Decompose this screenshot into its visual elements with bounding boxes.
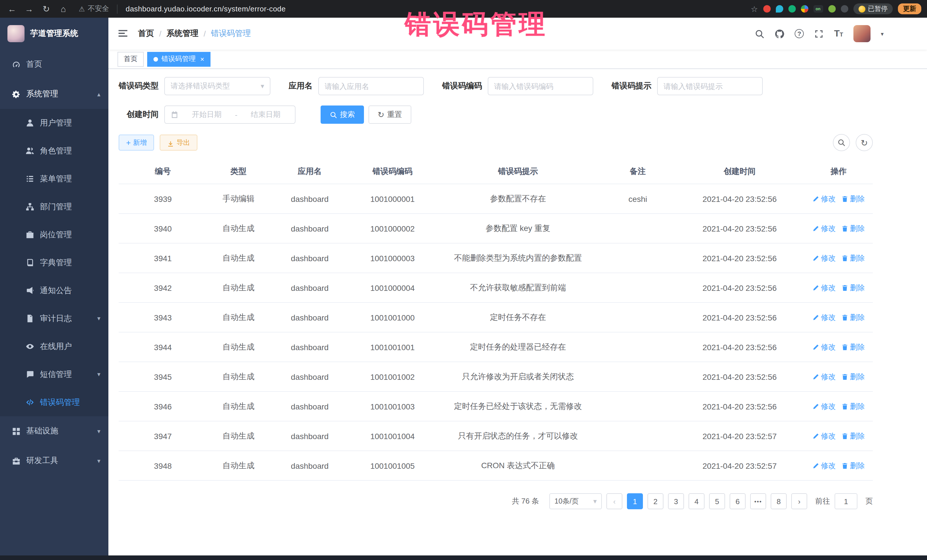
pagination-next[interactable]: › xyxy=(791,493,807,509)
avatar[interactable] xyxy=(853,25,871,42)
sidebar-item-dept[interactable]: 部门管理 xyxy=(0,193,108,221)
sidebar-item-home[interactable]: 首页 xyxy=(0,50,108,79)
goto-page-input[interactable] xyxy=(834,493,857,509)
pagination-more[interactable]: ••• xyxy=(750,493,766,509)
extension-icon-on-badge[interactable]: on xyxy=(813,5,823,12)
font-size-icon[interactable]: TT xyxy=(834,29,843,39)
paused-badge[interactable]: 已暂停 xyxy=(853,3,893,14)
breadcrumb-separator: / xyxy=(159,29,161,38)
error-type-select[interactable]: 请选择错误码类型 ▾ xyxy=(164,77,271,95)
home-icon[interactable]: ⌂ xyxy=(57,4,70,14)
cell-id: 3942 xyxy=(119,283,207,292)
app-name-input[interactable] xyxy=(318,77,424,95)
delete-link[interactable]: 删除 xyxy=(842,460,865,471)
delete-link[interactable]: 删除 xyxy=(842,372,865,382)
tab-error-code[interactable]: 错误码管理 × xyxy=(147,52,211,67)
extension-icon-dark[interactable] xyxy=(840,5,848,12)
end-date-placeholder: 结束日期 xyxy=(242,109,289,120)
edit-link[interactable]: 修改 xyxy=(812,431,836,441)
date-range-picker[interactable]: 开始日期 - 结束日期 xyxy=(164,106,295,124)
edit-link[interactable]: 修改 xyxy=(812,194,836,204)
update-button[interactable]: 更新 xyxy=(898,3,921,14)
extension-icon-leaf[interactable] xyxy=(828,5,836,12)
sidebar-item-online[interactable]: 在线用户 xyxy=(0,332,108,360)
sidebar-item-menu[interactable]: 菜单管理 xyxy=(0,165,108,193)
total-count: 共 76 条 xyxy=(512,496,539,506)
error-hint-input[interactable] xyxy=(657,77,763,95)
delete-link[interactable]: 删除 xyxy=(842,312,865,322)
breadcrumb-item[interactable]: 系统管理 xyxy=(167,29,199,39)
delete-link[interactable]: 删除 xyxy=(842,431,865,441)
sidebar-item-devtools[interactable]: 研发工具▾ xyxy=(0,446,108,476)
pagination-page-4[interactable]: 4 xyxy=(688,493,705,509)
refresh-button[interactable]: ↻ xyxy=(856,134,873,151)
extension-icon-drop[interactable] xyxy=(775,5,783,12)
edit-link[interactable]: 修改 xyxy=(812,372,836,382)
edit-link[interactable]: 修改 xyxy=(812,282,836,293)
delete-link[interactable]: 删除 xyxy=(842,282,865,293)
sidebar-item-audit[interactable]: 审计日志▾ xyxy=(0,305,108,332)
filter-error-code: 错误码编码 xyxy=(442,77,593,95)
edit-link[interactable]: 修改 xyxy=(812,460,836,471)
sidebar-item-infra[interactable]: 基础设施▾ xyxy=(0,416,108,446)
edit-link[interactable]: 修改 xyxy=(812,253,836,263)
security-chip[interactable]: ⚠ 不安全 xyxy=(79,4,109,14)
hamburger-icon[interactable] xyxy=(117,28,129,39)
delete-link[interactable]: 删除 xyxy=(842,194,865,204)
pagination-page-2[interactable]: 2 xyxy=(647,493,663,509)
pagination-page-6[interactable]: 6 xyxy=(729,493,746,509)
page-size-select[interactable]: 10条/页 ▾ xyxy=(549,493,602,509)
forward-icon[interactable]: → xyxy=(23,4,35,14)
breadcrumb-item[interactable]: 首页 xyxy=(138,29,154,39)
sidebar-item-sms[interactable]: 短信管理▾ xyxy=(0,360,108,389)
pagination-prev[interactable]: ‹ xyxy=(606,493,622,509)
close-icon[interactable]: × xyxy=(200,56,204,62)
app-logo[interactable]: 芋道管理系统 xyxy=(0,18,108,50)
github-icon[interactable] xyxy=(775,29,784,38)
sidebar-item-user[interactable]: 用户管理 xyxy=(0,109,108,137)
reload-icon[interactable]: ↻ xyxy=(40,4,53,14)
sidebar-item-notice[interactable]: 通知公告 xyxy=(0,276,108,305)
pagination-page-8[interactable]: 8 xyxy=(771,493,787,509)
chevron-down-icon[interactable]: ▾ xyxy=(881,30,884,37)
error-code-input[interactable] xyxy=(488,77,593,95)
delete-label: 删除 xyxy=(850,431,865,441)
filter-label: 应用名 xyxy=(289,81,313,91)
sidebar-item-post[interactable]: 岗位管理 xyxy=(0,221,108,249)
chevron-down-icon: ▾ xyxy=(97,427,100,435)
search-icon[interactable] xyxy=(755,29,764,38)
export-button[interactable]: 导出 xyxy=(160,135,198,150)
reset-button[interactable]: ↻ 重置 xyxy=(369,106,411,124)
extension-icon-red[interactable] xyxy=(763,5,770,12)
sidebar-item-errorcode[interactable]: 错误码管理 xyxy=(0,389,108,416)
sidebar-item-dict[interactable]: 字典管理 xyxy=(0,249,108,276)
topbar-actions: ? TT ▾ xyxy=(755,25,884,42)
fullscreen-icon[interactable] xyxy=(814,29,824,38)
extension-icon-green[interactable] xyxy=(788,5,795,12)
delete-link[interactable]: 删除 xyxy=(842,342,865,352)
search-button[interactable]: 搜索 xyxy=(321,106,364,124)
help-icon[interactable]: ? xyxy=(795,29,804,38)
cell-type: 自动生成 xyxy=(207,372,270,382)
delete-link[interactable]: 删除 xyxy=(842,401,865,411)
toggle-search-button[interactable] xyxy=(833,134,850,151)
sidebar-item-role[interactable]: 角色管理 xyxy=(0,137,108,165)
tab-home[interactable]: 首页 xyxy=(117,52,144,67)
delete-link[interactable]: 删除 xyxy=(842,253,865,263)
sidebar-item-system[interactable]: 系统管理▴ xyxy=(0,79,108,109)
url-text[interactable]: dashboard.yudao.iocoder.cn/system/error-… xyxy=(126,5,286,13)
edit-link[interactable]: 修改 xyxy=(812,312,836,322)
users-icon xyxy=(25,146,34,155)
extension-icon-colorful[interactable] xyxy=(801,5,808,12)
back-icon[interactable]: ← xyxy=(6,4,18,14)
delete-link[interactable]: 删除 xyxy=(842,223,865,234)
pagination-page-5[interactable]: 5 xyxy=(709,493,725,509)
cell-hint: 定时任务不存在 xyxy=(435,312,601,322)
pagination-page-3[interactable]: 3 xyxy=(668,493,684,509)
edit-link[interactable]: 修改 xyxy=(812,223,836,234)
edit-link[interactable]: 修改 xyxy=(812,401,836,411)
bookmark-star-icon[interactable]: ☆ xyxy=(751,4,758,14)
edit-link[interactable]: 修改 xyxy=(812,342,836,352)
add-button[interactable]: + 新增 xyxy=(119,135,154,150)
pagination-page-1[interactable]: 1 xyxy=(627,493,643,509)
